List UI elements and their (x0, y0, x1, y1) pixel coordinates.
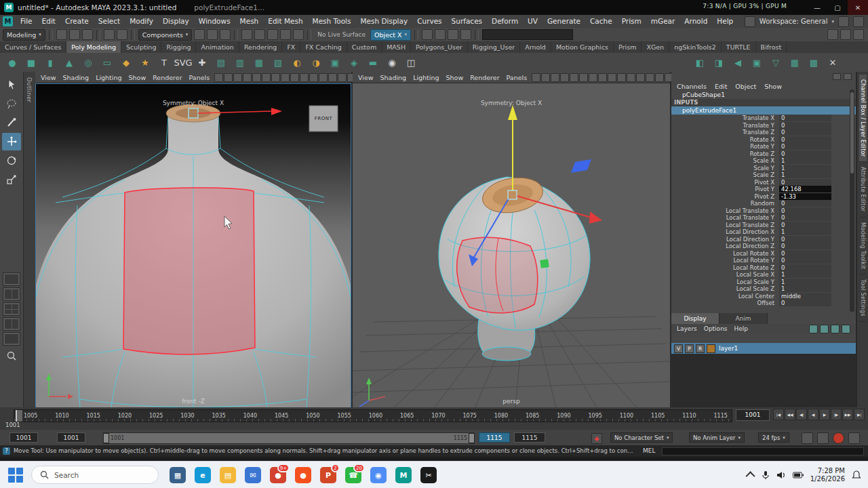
selected-faces[interactable] (123, 188, 255, 354)
channel-attribute-row[interactable]: Scale X 1 (671, 157, 856, 165)
channel-attribute-row[interactable]: Random 0 (671, 200, 856, 207)
taskbar-app-icon[interactable]: ● 9+ (270, 467, 286, 483)
green-plane-handle[interactable] (540, 259, 549, 268)
close-button[interactable]: ✕ (848, 0, 868, 15)
viewport-toolbar-icon[interactable] (598, 73, 607, 82)
auto-keyframe-toggle[interactable] (833, 432, 844, 444)
playback-button[interactable]: |◀ (773, 409, 784, 420)
channel-attribute-row[interactable]: Local Rotate Z 0 (671, 264, 856, 272)
shelf-tab[interactable]: Poly Modeling (66, 41, 121, 53)
viewport-toolbar-icon[interactable] (627, 73, 635, 82)
animation-preferences-icon[interactable] (848, 432, 860, 444)
quick-input-field[interactable] (482, 29, 573, 40)
viewport-toolbar-icon[interactable] (290, 73, 299, 82)
group-divider[interactable] (475, 30, 479, 40)
shelf-tool-icon[interactable]: ◉ (384, 54, 400, 70)
channel-attribute-value[interactable]: 1 (779, 165, 831, 171)
ipr-render-icon[interactable] (435, 29, 446, 40)
shelf-tool-icon[interactable]: ▥ (232, 54, 248, 70)
shelf-tool-icon[interactable]: ▬ (365, 54, 381, 70)
viewport-toolbar-icon[interactable] (541, 73, 550, 82)
channel-attribute-row[interactable]: Local Direction Z 0 (671, 243, 856, 250)
channel-attribute-row[interactable]: Local Center middle (671, 293, 856, 300)
menu-item[interactable]: mGear (646, 15, 680, 28)
display-layer-row[interactable]: VPR layer1 (671, 343, 856, 354)
channel-attribute-row[interactable]: Offset 0 (671, 300, 856, 307)
layout-persp-outliner-button[interactable] (3, 332, 20, 346)
viewport-toolbar-icon[interactable] (281, 73, 290, 82)
layer-toggle[interactable]: V (674, 344, 683, 353)
menu-item[interactable]: Mesh Tools (308, 15, 356, 28)
viewport-toolbar-icon[interactable] (570, 73, 578, 82)
viewport-menu-lighting[interactable]: Lighting (93, 74, 124, 81)
menu-item[interactable]: Cache (585, 15, 617, 28)
set-key-icon[interactable]: ◆ (591, 433, 602, 444)
new-scene-icon[interactable] (56, 29, 67, 40)
viewport-toolbar-icon[interactable] (646, 73, 654, 82)
shelf-tool-icon[interactable]: ● (4, 54, 20, 70)
command-line-input[interactable] (662, 447, 864, 455)
menu-item[interactable]: Windows (194, 15, 235, 28)
loop-mode-icon[interactable] (817, 432, 829, 444)
panel-options-icon[interactable] (844, 73, 852, 80)
taskbar-app-icon[interactable]: ● (295, 467, 311, 483)
group-divider[interactable] (307, 30, 311, 40)
viewport-toolbar-icon[interactable] (214, 73, 223, 82)
taskbar-search[interactable]: Search (31, 466, 159, 484)
viewport-front[interactable]: View Shading Lighting Show Renderer Pane… (35, 72, 351, 407)
viewport-toolbar-icon[interactable] (271, 73, 280, 82)
shelf-tool-icon[interactable]: ◀ (730, 54, 746, 70)
channel-attribute-row[interactable]: Local Rotate X 0 (671, 250, 856, 258)
layout-single-pane-button[interactable] (3, 272, 20, 286)
viewport-toolbar-icon[interactable] (560, 73, 569, 82)
anim-layer-dropdown[interactable]: No Anim Layer ▾ (689, 432, 745, 443)
animation-end-field[interactable]: 1115 (514, 432, 545, 443)
snap-grid-icon[interactable] (241, 29, 252, 40)
viewport-toolbar-icon[interactable] (655, 73, 664, 82)
channel-attribute-value[interactable]: 1 (779, 271, 831, 278)
channel-attribute-row[interactable]: Local Scale Y 1 (671, 279, 856, 286)
playback-button[interactable]: ◀◀ (785, 409, 795, 420)
timeline-ruler[interactable]: 1005101010151020102510301035104010451050… (14, 409, 732, 422)
channel-attribute-value[interactable]: 0 (779, 257, 831, 264)
group-divider[interactable] (234, 30, 238, 40)
channel-attribute-row[interactable]: Rotate Y 0 (671, 143, 856, 150)
menu-item[interactable]: Modify (125, 15, 158, 28)
select-component-icon[interactable] (220, 29, 231, 40)
menu-item[interactable]: Surfaces (447, 15, 487, 28)
select-tool[interactable] (2, 76, 21, 94)
symmetry-dropdown[interactable]: Object X ▾ (370, 29, 411, 41)
viewport-toolbar-icon[interactable] (300, 73, 309, 82)
zoom-tool[interactable] (2, 347, 21, 365)
channel-attribute-value[interactable]: 1 (779, 279, 831, 285)
front-viewport-canvas[interactable]: Symmetry: Object X FRONT front -Z (35, 83, 351, 408)
shelf-tool-icon[interactable]: ■ (23, 54, 39, 70)
channel-attribute-row[interactable]: Rotate X 0 (671, 136, 856, 144)
taskbar-app-icon[interactable]: ▤ (220, 467, 236, 483)
move-layer-up-icon[interactable] (831, 325, 840, 333)
shelf-tool-icon[interactable]: ◑ (308, 54, 324, 70)
channel-attribute-row[interactable]: Pivot X 0 (671, 179, 856, 186)
menu-item[interactable]: File (16, 15, 37, 28)
group-divider[interactable] (96, 30, 100, 40)
playback-button[interactable]: ▶| (854, 409, 865, 420)
viewport-menu-show[interactable]: Show (443, 74, 467, 81)
playback-end-field[interactable]: 1115 (479, 432, 510, 443)
layout-outliner-persp-button[interactable] (3, 317, 20, 331)
shelf-tool-icon[interactable]: ▭ (99, 54, 115, 70)
taskbar-app-icon[interactable]: ▦ (170, 467, 186, 483)
viewport-toolbar-icon[interactable] (551, 73, 559, 82)
channel-attribute-value[interactable]: 0 (779, 150, 831, 157)
channel-attribute-row[interactable]: Translate X 0 (671, 115, 856, 122)
channel-attribute-row[interactable]: Translate Z 0 (671, 129, 856, 136)
menu-item[interactable]: Curves (412, 15, 446, 28)
maximize-button[interactable]: ▢ (827, 0, 848, 15)
taskbar-app-icon[interactable]: ✂ (420, 467, 437, 483)
layer-editor-menu[interactable]: Help (734, 325, 749, 332)
scale-tool[interactable] (2, 171, 21, 188)
sidebar-tab[interactable]: Tool Settings (859, 274, 867, 322)
menu-item[interactable]: Mesh (235, 15, 264, 28)
viewport-toolbar-icon[interactable] (338, 73, 347, 82)
snap-plane-icon[interactable] (280, 29, 291, 40)
channel-attribute-value[interactable]: 0 (779, 300, 831, 306)
